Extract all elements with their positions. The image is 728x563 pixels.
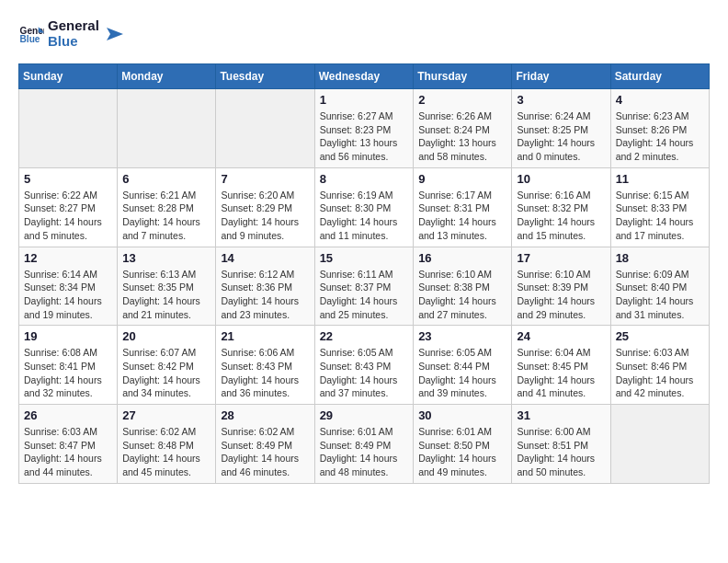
day-info-line: Sunset: 8:38 PM bbox=[418, 281, 506, 294]
day-info-line: Sunrise: 6:02 AM bbox=[221, 425, 309, 439]
day-info-line: Daylight: 14 hours and 49 minutes. bbox=[418, 452, 506, 478]
day-info-line: Sunrise: 6:24 AM bbox=[517, 109, 605, 123]
day-info-line: Sunset: 8:42 PM bbox=[122, 360, 210, 373]
calendar-day-cell: 21Sunrise: 6:06 AMSunset: 8:43 PMDayligh… bbox=[216, 326, 314, 405]
day-info-line: Sunset: 8:39 PM bbox=[517, 281, 605, 294]
day-number: 16 bbox=[418, 251, 506, 265]
page-header: General Blue General Blue bbox=[18, 18, 710, 49]
calendar-day-cell bbox=[610, 405, 709, 484]
weekday-header-tuesday: Tuesday bbox=[216, 64, 314, 89]
day-info-line: Sunrise: 6:08 AM bbox=[24, 346, 112, 360]
calendar-day-cell: 24Sunrise: 6:04 AMSunset: 8:45 PMDayligh… bbox=[512, 326, 610, 405]
day-number: 23 bbox=[418, 329, 506, 343]
day-info-line: Sunset: 8:46 PM bbox=[616, 360, 704, 373]
calendar-week-row: 26Sunrise: 6:03 AMSunset: 8:47 PMDayligh… bbox=[19, 405, 710, 484]
day-info-line: Daylight: 14 hours and 39 minutes. bbox=[418, 373, 506, 400]
day-info-line: Daylight: 14 hours and 7 minutes. bbox=[122, 215, 210, 242]
day-number: 1 bbox=[320, 93, 409, 107]
day-info-line: Sunrise: 6:00 AM bbox=[517, 425, 605, 439]
day-info-line: Sunset: 8:51 PM bbox=[517, 439, 605, 453]
calendar-day-cell: 12Sunrise: 6:14 AMSunset: 8:34 PMDayligh… bbox=[19, 247, 118, 326]
day-info-line: Sunrise: 6:01 AM bbox=[418, 425, 506, 439]
day-info-line: Sunset: 8:47 PM bbox=[24, 439, 112, 453]
day-info-line: Daylight: 14 hours and 17 minutes. bbox=[616, 215, 704, 242]
calendar-day-cell: 22Sunrise: 6:05 AMSunset: 8:43 PMDayligh… bbox=[314, 326, 414, 405]
calendar-day-cell: 6Sunrise: 6:21 AMSunset: 8:28 PMDaylight… bbox=[118, 167, 216, 247]
day-info-line: Sunset: 8:30 PM bbox=[320, 201, 409, 215]
day-number: 25 bbox=[616, 329, 704, 343]
day-info-line: Daylight: 14 hours and 5 minutes. bbox=[24, 215, 112, 242]
day-info-line: Daylight: 14 hours and 48 minutes. bbox=[320, 452, 409, 478]
logo-blue: Blue bbox=[48, 34, 99, 50]
day-number: 27 bbox=[122, 408, 210, 422]
weekday-header-saturday: Saturday bbox=[610, 64, 709, 89]
day-number: 10 bbox=[517, 172, 605, 186]
day-info-line: Sunrise: 6:10 AM bbox=[418, 268, 506, 282]
day-info-line: Sunset: 8:24 PM bbox=[418, 123, 506, 137]
day-number: 26 bbox=[24, 408, 112, 422]
day-number: 7 bbox=[221, 172, 309, 186]
calendar-day-cell: 27Sunrise: 6:02 AMSunset: 8:48 PMDayligh… bbox=[118, 405, 216, 484]
day-info-line: Sunset: 8:25 PM bbox=[517, 123, 605, 137]
day-number: 31 bbox=[517, 408, 605, 422]
day-info-line: Sunrise: 6:17 AM bbox=[418, 189, 506, 202]
day-info-line: Sunset: 8:23 PM bbox=[320, 123, 409, 137]
day-info-line: Daylight: 14 hours and 50 minutes. bbox=[517, 452, 605, 478]
logo-general: General bbox=[48, 18, 99, 34]
day-number: 30 bbox=[418, 408, 506, 422]
day-info-line: Sunrise: 6:07 AM bbox=[122, 346, 210, 360]
day-info-line: Sunrise: 6:26 AM bbox=[418, 109, 506, 123]
calendar-week-row: 19Sunrise: 6:08 AMSunset: 8:41 PMDayligh… bbox=[19, 326, 710, 405]
logo-icon: General Blue bbox=[18, 21, 44, 47]
day-info-line: Sunset: 8:33 PM bbox=[616, 201, 704, 215]
day-info-line: Daylight: 14 hours and 44 minutes. bbox=[24, 452, 112, 478]
calendar-day-cell: 16Sunrise: 6:10 AMSunset: 8:38 PMDayligh… bbox=[414, 247, 512, 326]
day-number: 29 bbox=[320, 408, 409, 422]
day-info-line: Daylight: 14 hours and 37 minutes. bbox=[320, 373, 409, 400]
day-info-line: Sunset: 8:35 PM bbox=[122, 281, 210, 294]
day-number: 4 bbox=[616, 93, 704, 107]
day-info-line: Sunrise: 6:03 AM bbox=[616, 346, 704, 360]
day-info-line: Daylight: 14 hours and 41 minutes. bbox=[517, 373, 605, 400]
day-info-line: Daylight: 14 hours and 2 minutes. bbox=[616, 136, 704, 163]
weekday-header-monday: Monday bbox=[118, 64, 216, 89]
day-number: 17 bbox=[517, 251, 605, 265]
day-info-line: Sunrise: 6:03 AM bbox=[24, 425, 112, 439]
day-info-line: Sunset: 8:40 PM bbox=[616, 281, 704, 294]
calendar-day-cell: 18Sunrise: 6:09 AMSunset: 8:40 PMDayligh… bbox=[610, 247, 709, 326]
day-info-line: Sunrise: 6:01 AM bbox=[320, 425, 409, 439]
day-info-line: Daylight: 14 hours and 46 minutes. bbox=[221, 452, 309, 478]
day-info-line: Sunset: 8:26 PM bbox=[616, 123, 704, 137]
day-info-line: Sunset: 8:28 PM bbox=[122, 201, 210, 215]
day-info-line: Sunrise: 6:21 AM bbox=[122, 189, 210, 202]
day-info-line: Sunset: 8:37 PM bbox=[320, 281, 409, 294]
day-info-line: Sunset: 8:50 PM bbox=[418, 439, 506, 453]
day-info-line: Daylight: 14 hours and 36 minutes. bbox=[221, 373, 309, 400]
day-info-line: Daylight: 14 hours and 34 minutes. bbox=[122, 373, 210, 400]
day-info-line: Sunrise: 6:22 AM bbox=[24, 189, 112, 202]
calendar-table: SundayMondayTuesdayWednesdayThursdayFrid… bbox=[18, 63, 710, 484]
day-info-line: Sunrise: 6:19 AM bbox=[320, 189, 409, 202]
calendar-day-cell: 29Sunrise: 6:01 AMSunset: 8:49 PMDayligh… bbox=[314, 405, 414, 484]
calendar-day-cell: 30Sunrise: 6:01 AMSunset: 8:50 PMDayligh… bbox=[414, 405, 512, 484]
day-number: 24 bbox=[517, 329, 605, 343]
calendar-day-cell: 10Sunrise: 6:16 AMSunset: 8:32 PMDayligh… bbox=[512, 167, 610, 247]
day-number: 15 bbox=[320, 251, 409, 265]
day-info-line: Daylight: 14 hours and 13 minutes. bbox=[418, 215, 506, 242]
day-info-line: Daylight: 14 hours and 32 minutes. bbox=[24, 373, 112, 400]
calendar-day-cell: 11Sunrise: 6:15 AMSunset: 8:33 PMDayligh… bbox=[610, 167, 709, 247]
calendar-day-cell: 8Sunrise: 6:19 AMSunset: 8:30 PMDaylight… bbox=[314, 167, 414, 247]
day-number: 18 bbox=[616, 251, 704, 265]
day-info-line: Sunset: 8:44 PM bbox=[418, 360, 506, 373]
day-number: 5 bbox=[24, 172, 112, 186]
calendar-day-cell: 17Sunrise: 6:10 AMSunset: 8:39 PMDayligh… bbox=[512, 247, 610, 326]
day-info-line: Sunrise: 6:27 AM bbox=[320, 109, 409, 123]
day-info-line: Sunrise: 6:06 AM bbox=[221, 346, 309, 360]
day-info-line: Sunrise: 6:14 AM bbox=[24, 268, 112, 282]
day-number: 9 bbox=[418, 172, 506, 186]
day-info-line: Daylight: 14 hours and 11 minutes. bbox=[320, 215, 409, 242]
day-info-line: Daylight: 14 hours and 42 minutes. bbox=[616, 373, 704, 400]
day-info-line: Daylight: 14 hours and 29 minutes. bbox=[517, 294, 605, 321]
day-info-line: Daylight: 14 hours and 9 minutes. bbox=[221, 215, 309, 242]
day-info-line: Sunrise: 6:11 AM bbox=[320, 268, 409, 282]
